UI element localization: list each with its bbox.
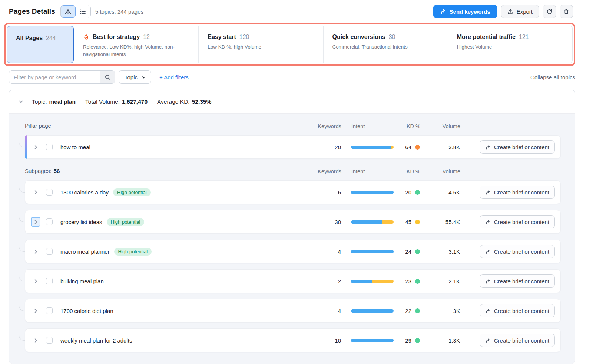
table-row: macro meal plannerHigh potential 4 24 3.… xyxy=(25,240,561,263)
high-potential-badge: High potential xyxy=(113,188,151,196)
kd-value: 23 xyxy=(405,278,411,284)
expand-row-chevron[interactable] xyxy=(31,187,40,197)
create-brief-button[interactable]: Create brief or content xyxy=(480,245,555,258)
collapse-topic-chevron[interactable] xyxy=(18,99,24,104)
kd-dot xyxy=(415,279,420,284)
column-kd: KD % xyxy=(394,123,420,129)
create-brief-button[interactable]: Create brief or content xyxy=(480,274,555,288)
send-arrow-icon xyxy=(485,144,491,150)
volume-value: 4.6K xyxy=(420,189,460,196)
keywords-count: 4 xyxy=(300,308,341,314)
intent-bar xyxy=(341,220,394,224)
row-checkbox[interactable] xyxy=(46,307,53,314)
row-checkbox[interactable] xyxy=(46,278,53,284)
kd-dot xyxy=(415,220,420,224)
column-intent: Intent xyxy=(341,168,394,174)
intent-bar xyxy=(341,309,394,313)
kd-value: 45 xyxy=(405,219,411,225)
tab-best-for-strategy[interactable]: Best for strategy 12 Relevance, Low KD%,… xyxy=(74,26,198,63)
page-name: weekly meal plan for 2 adults xyxy=(60,337,132,344)
pages-table: Pillar page Keywords Intent KD % Volume … xyxy=(9,114,575,364)
high-potential-badge: High potential xyxy=(114,248,152,256)
subpages-count: 56 xyxy=(54,168,60,174)
tree-view-toggle[interactable] xyxy=(61,5,76,18)
column-volume: Volume xyxy=(420,168,460,174)
create-brief-button[interactable]: Create brief or content xyxy=(480,304,555,317)
annotation-highlight-frame: All Pages 244 Best for strategy 12 Relev… xyxy=(4,23,575,66)
tree-view-icon xyxy=(65,9,71,15)
kd-dot xyxy=(415,145,420,150)
page-name: how to meal xyxy=(60,144,90,150)
kd-dot xyxy=(415,190,420,195)
add-filters-link[interactable]: + Add filters xyxy=(159,74,189,80)
expand-row-chevron[interactable] xyxy=(31,306,40,315)
kd-value: 20 xyxy=(405,189,411,196)
keywords-count: 10 xyxy=(300,337,341,344)
topic-filter-dropdown[interactable]: Topic xyxy=(119,70,151,84)
collapse-all-topics-link[interactable]: Collapse all topics xyxy=(530,74,575,80)
pillar-accent-bar xyxy=(25,135,27,159)
volume-value: 3.8K xyxy=(420,144,460,150)
pages-details-page: Pages Details xyxy=(0,0,593,364)
volume-value: 2.1K xyxy=(420,278,460,284)
keywords-count: 4 xyxy=(300,248,341,255)
filter-bar: Topic + Add filters Collapse all topics xyxy=(9,70,575,84)
create-brief-button[interactable]: Create brief or content xyxy=(480,334,555,347)
page-name: grocery list ideas xyxy=(60,219,102,225)
column-keywords: Keywords xyxy=(301,123,341,129)
volume-value: 1.3K xyxy=(420,337,460,344)
search-button[interactable] xyxy=(100,71,115,83)
tab-all-pages[interactable]: All Pages 244 xyxy=(7,26,74,63)
kd-value: 22 xyxy=(405,308,411,314)
topic-name-group: Topic:meal plan xyxy=(32,98,76,105)
delete-button[interactable] xyxy=(560,5,573,18)
expand-row-chevron[interactable] xyxy=(31,217,40,227)
create-brief-button[interactable]: Create brief or content xyxy=(480,140,555,154)
filter-search-input[interactable] xyxy=(9,71,100,83)
tab-quick-conversions[interactable]: Quick conversions 30 Commercial, Transac… xyxy=(323,26,448,63)
expand-row-chevron[interactable] xyxy=(31,335,40,345)
page-title: Pages Details xyxy=(9,7,55,16)
send-arrow-icon xyxy=(485,338,491,343)
tree-trunk-line xyxy=(11,114,11,339)
row-checkbox[interactable] xyxy=(46,144,53,150)
topbar: Pages Details xyxy=(0,0,593,19)
keywords-count: 2 xyxy=(300,278,341,284)
tab-more-potential-traffic[interactable]: More potential traffic 121 Highest Volum… xyxy=(448,26,572,63)
row-checkbox[interactable] xyxy=(46,189,53,196)
row-checkbox[interactable] xyxy=(46,218,53,225)
refresh-button[interactable] xyxy=(543,5,556,18)
export-icon xyxy=(507,9,513,14)
intent-bar xyxy=(341,339,394,342)
search-icon xyxy=(105,74,111,80)
column-keywords: Keywords xyxy=(301,168,341,174)
keywords-count: 6 xyxy=(300,189,341,196)
row-checkbox[interactable] xyxy=(46,337,53,344)
send-keywords-button[interactable]: Send keywords xyxy=(433,5,497,18)
expand-row-chevron[interactable] xyxy=(31,276,40,286)
tab-easy-start[interactable]: Easy start 120 Low KD %, high Volume xyxy=(198,26,323,63)
intent-bar xyxy=(341,191,394,194)
create-brief-button[interactable]: Create brief or content xyxy=(480,186,555,199)
high-potential-badge: High potential xyxy=(107,218,145,226)
page-name: 1700 calorie diet plan xyxy=(60,308,113,314)
kd-dot xyxy=(415,249,420,254)
row-checkbox[interactable] xyxy=(46,248,53,255)
page-name: macro meal planner xyxy=(60,248,110,255)
kd-value: 24 xyxy=(405,248,411,255)
column-volume: Volume xyxy=(420,123,460,129)
topic-panel: Topic:meal plan Total Volume:1,627,470 A… xyxy=(9,90,575,364)
keywords-count: 20 xyxy=(300,144,341,150)
topic-header: Topic:meal plan Total Volume:1,627,470 A… xyxy=(9,90,575,114)
volume-value: 3.1K xyxy=(420,248,460,255)
create-brief-button[interactable]: Create brief or content xyxy=(480,215,555,228)
expand-row-chevron[interactable] xyxy=(31,142,40,152)
table-row-pillar: how to meal 20 64 3.8K Create brief or c… xyxy=(25,135,561,159)
column-intent: Intent xyxy=(341,123,394,129)
expand-row-chevron[interactable] xyxy=(31,247,40,256)
export-button[interactable]: Export xyxy=(501,5,539,18)
list-view-toggle[interactable] xyxy=(76,5,90,18)
subpages-section-header: Subpages:56 Keywords Intent KD % Volume xyxy=(25,167,561,176)
table-row: bulking meal plan 2 23 2.1K Create brief… xyxy=(25,269,561,293)
send-arrow-icon xyxy=(485,308,491,314)
